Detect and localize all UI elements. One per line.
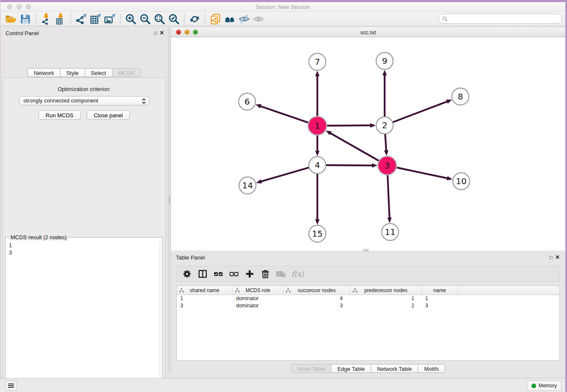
float-panel-icon[interactable]: □: [154, 30, 157, 36]
table-row[interactable]: 1dominator411: [177, 295, 559, 302]
table-tab-network-table[interactable]: Network Table: [371, 364, 418, 373]
zoom-fit-icon[interactable]: [152, 13, 167, 25]
window-frame-right: [565, 0, 567, 392]
graph-edge-3-10[interactable]: [396, 167, 453, 180]
vertical-splitter[interactable]: [168, 28, 171, 373]
import-table-icon[interactable]: [53, 13, 68, 25]
toggle-panes-icon[interactable]: [197, 268, 209, 280]
app-title: Session: New Session: [0, 4, 565, 10]
graph-edge-4-3[interactable]: [325, 163, 377, 168]
mcds-result-textarea[interactable]: 1 3: [6, 241, 162, 392]
graph-node-14[interactable]: 14: [239, 177, 256, 194]
graph-node-4[interactable]: 4: [309, 157, 326, 174]
add-column-icon[interactable]: [244, 268, 256, 280]
function-builder-icon: f(x): [291, 268, 306, 280]
close-panel-icon[interactable]: ✕: [160, 30, 164, 36]
open-session-icon[interactable]: [4, 13, 18, 25]
graph-node-6[interactable]: 6: [239, 93, 256, 110]
graph-edge-2-3[interactable]: [384, 133, 388, 156]
graph-node-10[interactable]: 10: [453, 173, 470, 190]
graph-node-15[interactable]: 15: [309, 225, 326, 242]
close-table-panel-icon[interactable]: ✕: [555, 254, 560, 260]
column-label: MCDS role: [233, 287, 283, 293]
delete-column-icon[interactable]: [259, 268, 271, 280]
network-window-titlebar[interactable]: x − + scc.txt: [171, 28, 565, 37]
save-session-icon[interactable]: [18, 13, 33, 25]
table-tab-edge-table[interactable]: Edge Table: [331, 364, 371, 373]
horizontal-splitter-grip[interactable]: [363, 249, 369, 251]
application-window: Session: New Session Control Panel □ ✕ N…: [0, 0, 567, 392]
tab-mcds[interactable]: MCDS: [112, 68, 141, 77]
column-header-name[interactable]: name: [422, 286, 458, 295]
column-label: successor nodes: [284, 287, 350, 293]
memory-button[interactable]: Memory: [527, 381, 561, 391]
criterion-dropdown[interactable]: strongly connected component: [19, 96, 149, 105]
graph-edge-4-14[interactable]: [256, 167, 310, 183]
svg-text:1: 1: [315, 121, 320, 131]
import-network-icon[interactable]: [39, 13, 53, 25]
control-panel-title: Control Panel: [6, 30, 39, 36]
task-history-button[interactable]: [5, 381, 17, 391]
graph-edge-2-9[interactable]: [383, 70, 387, 118]
column-header-predecessor-nodes[interactable]: predecessor nodes: [350, 286, 422, 295]
table-cell: 2: [350, 302, 422, 309]
graph-edge-1-2[interactable]: [326, 123, 376, 127]
toolbar-separator: [205, 14, 205, 25]
graph-node-9[interactable]: 9: [376, 52, 393, 69]
app-titlebar: Session: New Session: [0, 2, 565, 12]
column-header-shared-name[interactable]: shared name: [177, 286, 233, 295]
zoom-selected-icon[interactable]: [167, 13, 181, 25]
zoom-out-icon[interactable]: [138, 13, 152, 25]
tab-select[interactable]: Select: [85, 68, 113, 77]
duplicate-network-icon[interactable]: [208, 13, 223, 25]
graph-node-11[interactable]: 11: [382, 224, 399, 240]
table-row[interactable]: 3dominator323: [177, 302, 559, 309]
deselect-all-columns-icon[interactable]: [228, 268, 240, 280]
graph-node-2[interactable]: 2: [376, 117, 393, 134]
splitter-grip[interactable]: [169, 197, 171, 203]
column-header-mcds-role[interactable]: MCDS role: [233, 286, 284, 295]
refresh-icon[interactable]: [187, 13, 202, 25]
graph-edge-3-1[interactable]: [326, 130, 380, 161]
settings-gear-icon[interactable]: [181, 268, 193, 280]
list-icon: [8, 384, 14, 384]
network-canvas[interactable]: 7968124314101511: [171, 37, 565, 251]
close-panel-button[interactable]: Close panel: [87, 110, 130, 120]
search-box[interactable]: [438, 14, 562, 24]
table-tab-motifs[interactable]: Motifs: [418, 364, 445, 373]
table-cell: 1: [350, 295, 422, 302]
export-image-icon[interactable]: [103, 13, 117, 25]
graph-node-1[interactable]: 1: [308, 116, 327, 135]
zoom-in-icon[interactable]: [124, 13, 138, 25]
graph-node-3[interactable]: 3: [378, 156, 396, 175]
tab-network[interactable]: Network: [28, 68, 61, 77]
export-table-icon[interactable]: [88, 13, 103, 25]
table-tab-node-table[interactable]: Node Table: [291, 364, 332, 373]
svg-text:2: 2: [382, 120, 388, 130]
select-all-columns-icon[interactable]: [212, 268, 224, 280]
graph-node-8[interactable]: 8: [452, 88, 469, 105]
first-neighbors-icon[interactable]: [223, 13, 237, 25]
table-panel: Table Panel □ ✕ f(x) shared nameMCDS rol…: [171, 252, 565, 377]
graph-edge-1-7[interactable]: [315, 71, 319, 117]
graph-edge-1-4[interactable]: [315, 134, 319, 156]
float-table-panel-icon[interactable]: □: [550, 254, 553, 260]
table-panel-title: Table Panel: [176, 254, 205, 261]
export-network-icon[interactable]: [74, 13, 88, 25]
result-scrollbar[interactable]: [159, 241, 162, 392]
svg-text:15: 15: [312, 229, 322, 239]
toolbar-separator: [120, 14, 121, 25]
graph-edge-3-11[interactable]: [387, 174, 391, 223]
run-mcds-button[interactable]: Run MCDS: [39, 110, 81, 120]
graph-edge-2-8[interactable]: [392, 99, 452, 122]
graph-edge-1-6[interactable]: [256, 104, 309, 123]
column-header-successor-nodes[interactable]: successor nodes: [284, 286, 350, 295]
tab-style[interactable]: Style: [60, 68, 85, 77]
graph-edge-4-15[interactable]: [315, 173, 319, 225]
search-input[interactable]: [450, 15, 558, 22]
svg-text:7: 7: [315, 57, 320, 67]
criterion-dropdown-value: strongly connected component: [23, 97, 98, 104]
hide-selected-icon[interactable]: [237, 13, 251, 25]
svg-text:11: 11: [385, 227, 395, 237]
graph-node-7[interactable]: 7: [309, 53, 326, 70]
